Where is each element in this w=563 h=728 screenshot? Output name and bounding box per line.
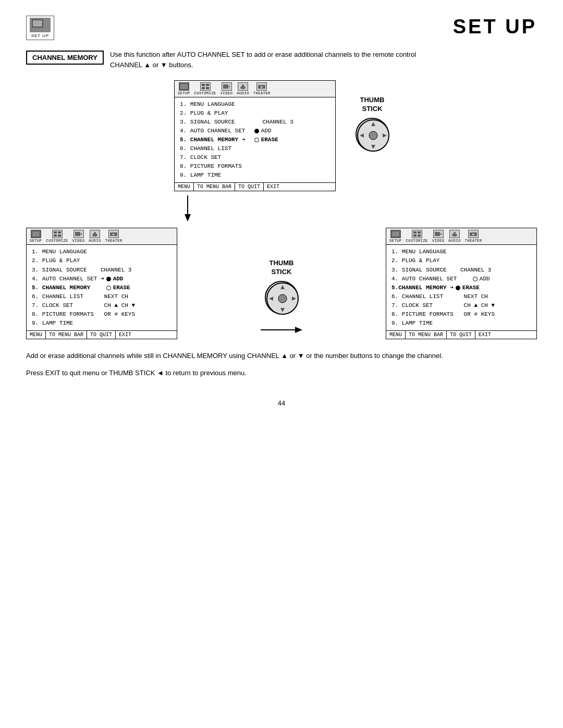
svg-marker-30: [81, 233, 82, 235]
radio-erase-empty: [254, 138, 259, 142]
bl-menu-item-4: 4. AUTO CHANNEL SET ➜ ADD: [32, 275, 172, 283]
bottom-left-menu-content: 1. MENU LANGUAGE 2. PLUG & PLAY 3. SIGNA…: [27, 245, 177, 330]
thumb-stick-middle-circle: [265, 281, 298, 314]
setup-icon: [30, 18, 51, 32]
top-menu-footer: MENU TO MENU BAR TO QUIT EXIT: [175, 182, 335, 191]
br-toolbar-audio-icon: [449, 230, 460, 238]
footer-to-quit: TO QUIT: [235, 183, 264, 191]
svg-rect-47: [413, 235, 417, 237]
svg-marker-22: [185, 214, 191, 221]
svg-rect-48: [418, 235, 421, 237]
bl-footer-menu: MENU: [27, 331, 46, 339]
bl-menu-item-2: 2. PLUG & PLAY: [32, 256, 172, 265]
toolbar-audio-label: AUDIO: [237, 91, 249, 95]
toolbar-customize-icon: [200, 82, 211, 91]
page-title: SET UP: [453, 16, 537, 38]
top-menu: SETUP CUSTOMIZE VIDEO: [174, 80, 336, 191]
bl-menu-item-1: 1. MENU LANGUAGE: [32, 248, 172, 256]
bl-radio-erase-empty: [106, 286, 111, 290]
br-menu-item-4: 4. AUTO CHANNEL SET ADD: [391, 275, 531, 283]
top-menu-content: 1. MENU LANGUAGE 2. PLUG & PLAY 3. SIGNA…: [175, 97, 335, 182]
bl-menu-item-5: 5. CHANNEL MEMORY ERASE: [32, 283, 172, 292]
toolbar-setup-label: SETUP: [178, 91, 190, 95]
toolbar-video-label: VIDEO: [221, 91, 233, 95]
svg-rect-5: [202, 84, 205, 86]
br-menu-item-7: 7. CLOCK SET CH ▲ CH ▼: [391, 301, 531, 310]
toolbar-customize: CUSTOMIZE: [194, 82, 216, 95]
svg-rect-12: [242, 84, 244, 88]
bl-menu-item-6: 6. CHANNEL LIST NEXT CH: [32, 292, 172, 301]
br-toolbar-theater-icon: [468, 230, 479, 238]
svg-rect-6: [206, 84, 209, 86]
diagram-area: SETUP CUSTOMIZE VIDEO: [26, 80, 537, 339]
br-menu-item-3: 3. SIGNAL SOURCE CHANNEL 3: [391, 266, 531, 275]
channel-memory-row: CHANNEL MEMORY Use this function after A…: [26, 50, 537, 70]
bl-toolbar-video-icon: [74, 230, 84, 238]
bl-toolbar-setup: SETUP: [30, 230, 42, 243]
footer-to-menu-bar: TO MENU BAR: [194, 183, 235, 191]
bottom-left-menu: SETUP CUSTOMIZE VIDEO: [26, 228, 177, 339]
svg-rect-2: [33, 20, 42, 27]
bl-radio-add-filled: [106, 277, 111, 281]
svg-rect-25: [54, 231, 57, 233]
svg-rect-9: [223, 84, 228, 89]
bl-menu-item-8: 8. PICTURE FORMATS OR # KEYS: [32, 310, 172, 319]
svg-point-16: [369, 131, 377, 140]
bottom-left-menu-box: SETUP CUSTOMIZE VIDEO: [26, 228, 177, 339]
svg-rect-46: [418, 231, 421, 233]
thumb-stick-middle: THUMBSTICK: [182, 228, 381, 335]
bl-toolbar-audio-icon: [90, 230, 100, 238]
thumb-stick-top-label: THUMBSTICK: [360, 96, 385, 114]
description-text-2: Press EXIT to quit menu or THUMB STICK ◄…: [26, 368, 537, 379]
bottom-row: SETUP CUSTOMIZE VIDEO: [26, 228, 537, 339]
setup-icon-box: SET UP: [26, 16, 54, 40]
br-footer-exit: EXIT: [475, 331, 494, 339]
br-radio-erase-filled: [456, 286, 460, 290]
bl-footer-to-menu-bar: TO MENU BAR: [46, 331, 87, 339]
menu-item-8: 8. PICTURE FORMATS: [180, 162, 330, 171]
br-toolbar-customize: CUSTOMIZE: [406, 230, 428, 243]
channel-memory-section: CHANNEL MEMORY Use this function after A…: [26, 50, 537, 70]
menu-item-3: 3. SIGNAL SOURCE CHANNEL 3: [180, 118, 330, 127]
channel-memory-desc: Use this function after AUTO CHANNEL SET…: [110, 50, 416, 70]
svg-rect-27: [54, 235, 57, 237]
svg-rect-52: [454, 232, 456, 235]
toolbar-video-icon: [222, 82, 232, 91]
radio-add-filled: [254, 129, 259, 133]
br-toolbar-video-icon: [433, 230, 444, 238]
toolbar-video: VIDEO: [221, 82, 233, 95]
svg-marker-42: [295, 327, 302, 333]
svg-rect-28: [58, 235, 61, 237]
svg-rect-8: [206, 87, 209, 89]
br-menu-item-6: 6. CHANNEL LIST NEXT CH: [391, 292, 531, 301]
svg-rect-32: [94, 232, 96, 235]
menu-item-5: 5. CHANNEL MEMORY ➜ ERASE: [180, 135, 330, 144]
menu-item-2: 2. PLUG & PLAY: [180, 109, 330, 118]
bl-footer-to-quit: TO QUIT: [87, 331, 116, 339]
br-footer-menu: MENU: [386, 331, 406, 339]
bottom-left-footer: MENU TO MENU BAR TO QUIT EXIT: [27, 330, 177, 339]
br-menu-item-8: 8. PICTURE FORMATS OR # KEYS: [391, 310, 531, 319]
bottom-right-footer: MENU TO MENU BAR TO QUIT EXIT: [386, 330, 536, 339]
top-menu-box: SETUP CUSTOMIZE VIDEO: [174, 80, 336, 191]
bottom-right-menu-box: SETUP CUSTOMIZE VIDEO: [386, 228, 537, 339]
bl-toolbar-customize: CUSTOMIZE: [46, 230, 68, 243]
menu-item-4: 4. AUTO CHANNEL SET ADD: [180, 127, 330, 135]
svg-rect-7: [202, 87, 205, 89]
bl-toolbar-audio: AUDIO: [89, 230, 101, 243]
svg-rect-44: [392, 231, 399, 237]
bottom-right-menu-content: 1. MENU LANGUAGE 2. PLUG & PLAY 3. SIGNA…: [386, 245, 536, 330]
bottom-right-menu: SETUP CUSTOMIZE VIDEO: [386, 228, 537, 339]
toolbar-audio-icon: [238, 82, 248, 91]
svg-rect-26: [58, 231, 61, 233]
svg-rect-24: [32, 231, 40, 237]
toolbar-audio: AUDIO: [237, 82, 249, 95]
svg-marker-50: [440, 233, 442, 235]
bottom-right-toolbar: SETUP CUSTOMIZE VIDEO: [386, 228, 536, 245]
br-menu-item-9: 9. LAMP TIME: [391, 319, 531, 328]
svg-rect-49: [435, 232, 440, 236]
bl-toolbar-video: VIDEO: [72, 230, 85, 243]
top-menu-toolbar: SETUP CUSTOMIZE VIDEO: [175, 81, 335, 97]
description-text-1: Add or erase additional channels while s…: [26, 351, 537, 362]
svg-rect-29: [75, 232, 80, 236]
